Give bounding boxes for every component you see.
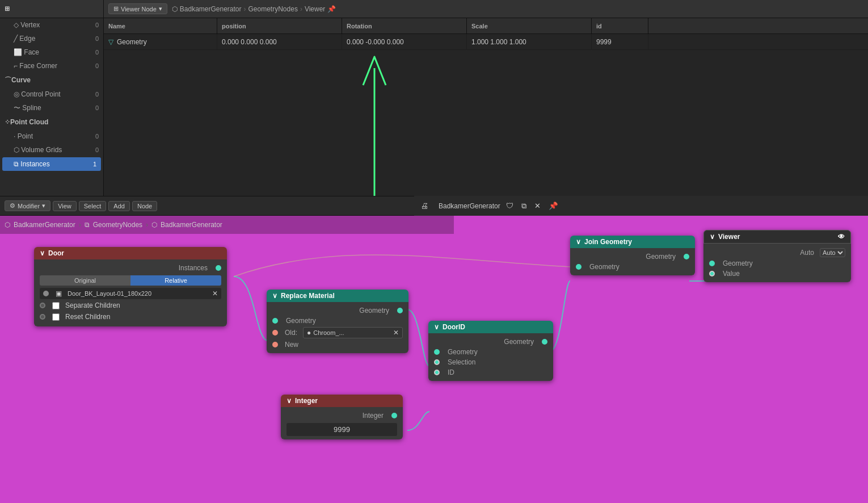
separate-children-label: Separate Children (65, 301, 120, 309)
modifier-label: Modifier (18, 203, 40, 209)
spline-count: 0 (95, 104, 99, 111)
int-value-container: 9999 (286, 423, 397, 436)
sidebar-item-instances[interactable]: ⧉ Instances 1 (2, 157, 101, 171)
col-scale: Scale (467, 18, 592, 33)
did-selection-label: Selection (448, 358, 475, 366)
point-icon: · Point (14, 132, 33, 140)
modifier-icon: ⚙ (10, 202, 15, 209)
col-position: position (217, 18, 342, 33)
control-point-count: 0 (95, 91, 99, 98)
spline-icon: 〜 Spline (14, 103, 41, 113)
viewer-geo-label: Geometry (723, 259, 753, 267)
rm-geo-out-socket (397, 308, 403, 313)
viewer-auto-label: Auto (800, 249, 814, 257)
did-geo-in-socket (434, 349, 440, 355)
rm-old-socket (272, 330, 278, 336)
viewer-value-socket (708, 270, 716, 278)
rm-old-close[interactable]: ✕ (393, 329, 399, 337)
viewer-value-row: Value (709, 269, 845, 279)
original-btn[interactable]: Original (40, 275, 130, 286)
mesh-close-btn[interactable]: ✕ (212, 290, 218, 297)
rm-old-label: Old: (285, 329, 297, 337)
door-title: Door (48, 249, 64, 257)
replace-material-collapse[interactable]: ∨ (272, 292, 277, 300)
right-object-name: BadkamerGenerator (439, 202, 500, 210)
shield-icon-btn[interactable]: 🛡 (504, 200, 516, 211)
printer-icon-btn[interactable]: 🖨 (419, 200, 431, 211)
door-id-collapse[interactable]: ∨ (434, 323, 439, 331)
close-icon-btn[interactable]: ✕ (532, 200, 543, 211)
viewer-header: ∨ Viewer 👁 (703, 230, 851, 244)
cell-position: 0.000 0.000 0.000 (217, 34, 342, 49)
edge-icon: ╱ Edge (14, 35, 35, 43)
viewer-node: ∨ Viewer 👁 Auto Auto Geometry Value (703, 230, 851, 282)
reset-children-checkbox[interactable] (52, 313, 60, 321)
view-btn[interactable]: View (53, 201, 77, 211)
control-point-icon: ◎ Control Point (14, 90, 61, 98)
separate-children-checkbox[interactable] (52, 302, 60, 309)
viewer-title: Viewer (718, 233, 740, 241)
viewer-geo-socket (709, 261, 715, 266)
select-btn[interactable]: Select (79, 201, 107, 211)
sidebar-section-point-cloud: ⁘ Point Cloud (0, 115, 103, 129)
jg-geo-out-row: Geometry (576, 262, 689, 272)
sidebar-item-point[interactable]: · Point 0 (0, 129, 103, 143)
modifier-chevron: ▾ (42, 202, 45, 209)
door-collapse-icon[interactable]: ∨ (40, 249, 45, 257)
top-breadcrumb: ⬡ BadkamerGenerator › GeometryNodes › Vi… (172, 5, 336, 13)
join-geometry-title: Join Geometry (584, 238, 632, 246)
sidebar-item-spline[interactable]: 〜 Spline 0 (0, 101, 103, 115)
mesh-icon: ▣ (56, 290, 62, 297)
sidebar-item-volume[interactable]: ⬡ Volume Grids 0 (0, 143, 103, 157)
door-id-node: ∨ DoorID Geometry Geometry Selection ID (428, 321, 553, 381)
viewer-collapse[interactable]: ∨ (710, 233, 715, 241)
sidebar-item-control-point[interactable]: ◎ Control Point 0 (0, 87, 103, 101)
breadcrumb-arrow2: › (146, 221, 148, 229)
col-id: id (592, 18, 648, 33)
vertex-count: 0 (95, 22, 99, 28)
did-geo-out-row: Geometry (434, 337, 547, 347)
viewer-auto-select[interactable]: Auto (820, 248, 845, 257)
copy-icon-btn[interactable]: ⧉ (519, 200, 529, 212)
node-btn[interactable]: Node (132, 201, 157, 211)
door-node-header: ∨ Door (34, 247, 227, 259)
sidebar-item-edge[interactable]: ╱ Edge 0 (0, 32, 103, 45)
join-geometry-collapse[interactable]: ∨ (576, 238, 581, 246)
rm-new-label: New (285, 341, 298, 349)
pin-icon: 📌 (327, 5, 336, 13)
geo-icon: ▽ (108, 38, 113, 46)
did-selection-socket (433, 358, 441, 366)
edge-count: 0 (95, 35, 99, 42)
volume-count: 0 (95, 146, 99, 153)
node-node-icon: ⬡ (151, 221, 157, 229)
point-cloud-label: Point Cloud (10, 118, 48, 126)
door-id-body: Geometry Geometry Selection ID (428, 333, 553, 381)
viewer-geo-row: Geometry (709, 258, 845, 269)
sidebar-item-face[interactable]: ⬜ Face 0 (0, 45, 103, 59)
modifier-btn[interactable]: ⚙ Modifier ▾ (5, 200, 50, 211)
jg-geo-in-socket (684, 254, 689, 259)
rm-geo-in-row: Geometry (272, 316, 403, 326)
rm-geo-out-row: Geometry (272, 305, 403, 316)
door-id-header: ∨ DoorID (428, 321, 553, 333)
relative-btn[interactable]: Relative (130, 275, 221, 286)
jg-geo-in-row: Geometry (576, 252, 689, 262)
did-geo-in-label: Geometry (448, 348, 478, 356)
mesh-row: ▣ Door_BK_Layout-01_180x220 ✕ (40, 288, 221, 299)
sidebar-item-vertex[interactable]: ◇ Vertex 0 (0, 18, 103, 32)
instances-count: 1 (93, 161, 96, 167)
spreadsheet-table: Name position Rotation Scale id ▽ Ge (104, 18, 868, 196)
pin-icon-btn[interactable]: 📌 (546, 200, 561, 211)
door-id-title: DoorID (443, 323, 465, 331)
left-sidebar: ⊞ ◇ Vertex 0 ╱ Edge 0 ⬜ Face 0 ⌐ Face Co… (0, 0, 104, 196)
add-btn[interactable]: Add (108, 201, 130, 211)
viewer-body: Auto Auto Geometry Value (703, 244, 851, 282)
separate-children-row: Separate Children (40, 300, 221, 311)
viewer-node-btn[interactable]: ⊞ Viewer Node ▾ (108, 3, 167, 14)
breadcrumb-arrow1: › (79, 221, 81, 229)
sidebar-item-face-corner[interactable]: ⌐ Face Corner 0 (0, 59, 103, 73)
rm-geo-in-socket (272, 318, 278, 324)
door-node: ∨ Door Instances Original Relative ▣ Doo… (34, 247, 227, 326)
breadcrumb-object-icon: ⬡ (172, 5, 178, 13)
integer-collapse[interactable]: ∨ (286, 397, 292, 405)
